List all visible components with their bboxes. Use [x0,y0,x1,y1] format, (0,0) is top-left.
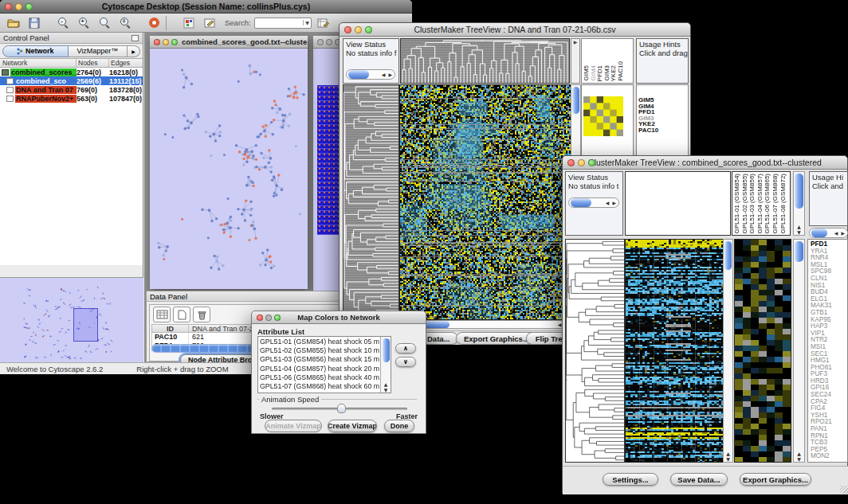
open-file-button[interactable] [5,15,22,31]
tv2-column-dendrogram-area[interactable] [625,171,731,236]
create-vizmap-button[interactable]: Create Vizmap [328,420,377,432]
tv1-column-dendrogram[interactable] [400,38,570,84]
close-button[interactable] [154,39,160,45]
animation-slider[interactable] [272,408,407,410]
tv2-right-vscrollbar[interactable]: ▲▼ [793,239,805,463]
dialog-titlebar[interactable]: Map Colors to Network [252,311,426,324]
zoom-fit-button[interactable] [96,15,113,31]
network-nodes-count: 769(0) [77,86,109,94]
desktop: Cytoscape Desktop (Session Name: collins… [0,0,848,504]
tv1-usage-text: Click and drag tc [637,49,688,57]
zoom-button[interactable] [365,26,372,33]
tab-overflow-button[interactable]: ▶ [128,45,140,57]
tab-vizmapper[interactable]: VizMapper™ [69,45,128,57]
tv2-gene-label[interactable]: MON2 [811,453,832,460]
tv2-status-scrollbar[interactable]: ◀ ▶ [568,197,619,208]
attribute-listbox[interactable]: GPL51-01 (GSM854) heat shock 05 minGPL51… [257,336,391,393]
network-canvas-1[interactable] [150,49,308,289]
window-controls[interactable] [5,3,33,10]
zoom-button[interactable] [588,159,595,166]
data-col-id[interactable]: ID [152,325,189,332]
attribute-list-item[interactable]: GPL51-02 (GSM855) heat shock 10 min [260,346,379,355]
network-overview[interactable] [0,277,143,362]
tab-network[interactable]: Network [2,45,69,57]
vizmapper-button[interactable] [180,15,198,31]
delete-attribute-button[interactable] [193,307,210,322]
network-tree-icon [17,48,23,55]
close-button[interactable] [344,26,351,33]
treeview1-titlebar[interactable]: ClusterMaker TreeView : DNA and Tran 07-… [340,23,690,37]
tv2-gene-labels-panel: PFD1YRA1RNR4MSL1SPC98CLN1NIS1BUD4ELG1MAK… [807,239,848,463]
slider-thumb[interactable] [337,404,346,413]
move-down-button[interactable]: ∨ [395,357,416,367]
help-button[interactable] [145,15,163,31]
minimize-button[interactable] [163,39,169,45]
close-button[interactable] [257,315,263,321]
minimize-button[interactable] [326,39,332,45]
overview-viewport-rect[interactable] [73,308,98,342]
zoom-button[interactable] [26,3,33,10]
done-button[interactable]: Done [384,420,414,432]
close-button[interactable] [567,159,575,166]
attribute-browser-button[interactable] [315,15,332,31]
main-titlebar[interactable]: Cytoscape Desktop (Session Name: collins… [0,0,412,14]
new-attribute-button[interactable] [173,307,190,322]
annotation-button[interactable] [201,15,218,31]
minimize-button[interactable] [15,3,22,10]
lifesaver-icon [149,18,159,28]
tv2-save-data-button[interactable]: Save Data... [670,473,728,486]
zoom-selected-button[interactable]: ⠿ [116,15,134,31]
col-header-network[interactable]: Network [0,59,77,67]
minimize-button[interactable] [355,26,362,33]
zoom-in-button[interactable]: + [75,15,92,31]
move-up-button[interactable]: ∧ [395,343,416,354]
tv2-column-label: GPL51-06 (GSM865) [764,174,771,234]
search-input[interactable]: ▼ [254,18,312,29]
float-panel-icon[interactable] [132,35,139,41]
attribute-list-item[interactable]: GPL51-04 (GSM857) heat shock 20 min [260,365,379,373]
attribute-list-item[interactable]: GPL51-01 (GSM854) heat shock 05 min [260,338,379,346]
animate-vizmap-button[interactable]: Animate Vizmap [265,420,322,432]
tv1-status-scrollbar[interactable]: ◀ ▶ [346,69,395,80]
attribute-list-scrollbar[interactable]: ▲▼ [380,337,391,393]
tv2-top-vscrollbar[interactable]: ▲▼ [793,171,805,236]
tv1-column-labels: GIM5GIM4PFD1GIM3YKE2PAC10 [581,38,634,84]
tv2-usage-scrollbar[interactable]: ◀ ▶ [809,228,848,238]
tv1-global-heatmap[interactable] [399,84,571,320]
network-table-row[interactable]: RNAPuberNov2+563(0)107847(0) [0,94,143,103]
tv2-gene-dendrogram[interactable] [565,239,625,463]
resize-grip[interactable] [840,486,848,494]
attribute-list-item[interactable]: GPL51-06 (GSM865) heat shock 40 min [260,373,379,382]
tv2-settings-button[interactable]: Settings... [603,473,658,486]
col-header-nodes[interactable]: Nodes [77,59,109,67]
network-table-row[interactable]: combined_scores_2764(0)16218(0) [0,68,143,76]
col-header-edges[interactable]: Edges [109,59,143,67]
tv1-row-dendrogram[interactable] [343,84,399,318]
network-window1-title: combined_scores_good.txt--cluste... [182,37,308,46]
status-zoom-hint: Right-click + drag to ZOOM [136,365,228,373]
zoom-out-button[interactable]: - [54,15,72,31]
search-dropdown-icon[interactable]: ▼ [303,20,311,25]
network-table-row[interactable]: combined_sco2569(6)13112(15) [0,76,143,85]
tv2-zoom-heatmap[interactable] [734,239,791,463]
select-attributes-button[interactable] [153,307,171,322]
close-button[interactable] [5,3,12,10]
tv2-export-graphics-button[interactable]: Export Graphics... [740,473,811,486]
close-button[interactable] [317,39,324,45]
zoom-button[interactable] [171,39,178,45]
minimize-button[interactable] [265,315,272,321]
attribute-list-item[interactable]: GPL51-07 (GSM868) heat shock 60 min [260,382,379,391]
treeview2-titlebar[interactable]: ClusterMaker TreeView : combined_scores_… [563,156,847,170]
zoom-button[interactable] [274,315,281,321]
tv1-zoom-heatmap[interactable] [583,96,623,136]
table-edit-icon [317,18,329,29]
network-table-row[interactable]: DNA and Tran 07769(0)183728(0) [0,85,143,94]
tv1-export-graphics-button[interactable]: Export Graphics... [456,332,537,345]
attribute-list-item[interactable]: GPL51-03 (GSM856) heat shock 15 min [260,355,379,364]
tv2-global-heatmap[interactable] [625,239,724,463]
tv2-view-status-title: View Status [566,172,622,182]
minimize-button[interactable] [578,159,585,166]
save-button[interactable] [26,15,43,31]
network-window1-titlebar[interactable]: combined_scores_good.txt--cluste... [150,36,308,49]
tv2-mid-vscrollbar[interactable]: ▲▼ [723,239,733,463]
